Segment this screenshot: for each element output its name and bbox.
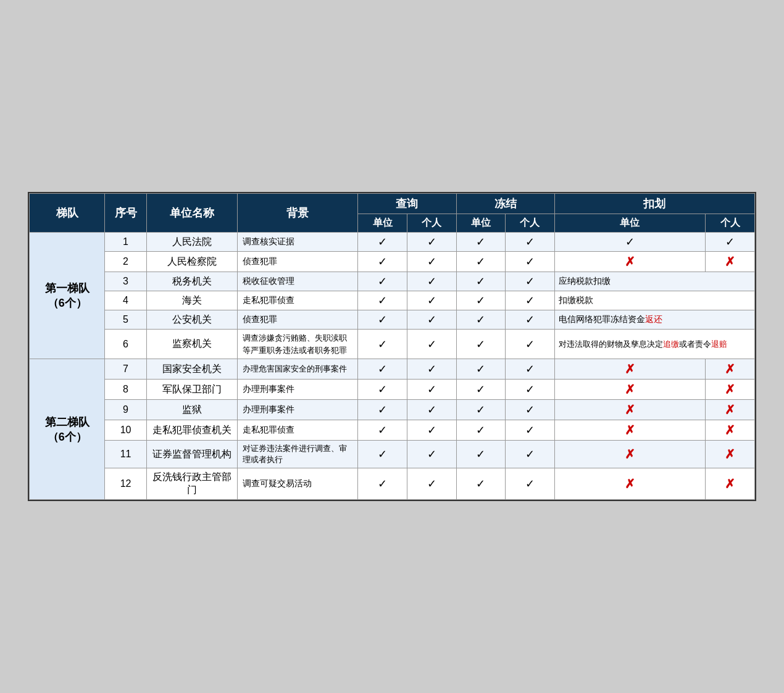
f-unit-6: ✓	[456, 330, 506, 359]
seq-1: 1	[105, 233, 146, 252]
d-special-5-red: 返还	[645, 314, 662, 324]
table-row: 8 军队保卫部门 办理刑事案件 ✓ ✓ ✓ ✓ ✗ ✗	[30, 380, 755, 400]
table-row: 第一梯队（6个） 1 人民法院 调查核实证据 ✓ ✓ ✓ ✓ ✓ ✓	[30, 233, 755, 252]
d-person-10: ✗	[706, 420, 755, 441]
seq-5: 5	[105, 310, 146, 330]
d-unit-10: ✗	[554, 420, 706, 441]
d-unit-11: ✗	[554, 441, 706, 468]
table-row: 10 走私犯罪侦查机关 走私犯罪侦查 ✓ ✓ ✓ ✓ ✗ ✗	[30, 420, 755, 441]
seq-8: 8	[105, 380, 146, 400]
f-person-3: ✓	[506, 272, 555, 291]
tier1-label: 第一梯队（6个）	[30, 233, 105, 359]
q-person-12: ✓	[407, 468, 456, 500]
d-special-6-red2: 退赔	[711, 339, 727, 349]
f-person-2: ✓	[506, 252, 555, 272]
f-person-11: ✓	[506, 441, 555, 468]
name-4: 海关	[146, 291, 237, 310]
f-unit-11: ✓	[456, 441, 506, 468]
col-unit-name: 单位名称	[146, 194, 237, 233]
d-unit-7: ✗	[554, 359, 706, 380]
seq-10: 10	[105, 420, 146, 441]
d-person-2: ✗	[706, 252, 755, 272]
table-row: 2 人民检察院 侦查犯罪 ✓ ✓ ✓ ✓ ✗ ✗	[30, 252, 755, 272]
f-person-1: ✓	[506, 233, 555, 252]
name-3: 税务机关	[146, 272, 237, 291]
q-unit-5: ✓	[358, 310, 407, 330]
q-unit-12: ✓	[358, 468, 407, 500]
q-unit-9: ✓	[358, 400, 407, 420]
d-person-12: ✗	[706, 468, 755, 500]
main-table-wrapper: 梯队 序号 单位名称 背景 查询 冻结 扣划 单位 个人 单位 个人 单位 个人…	[28, 192, 756, 501]
table-row: 12 反洗钱行政主管部门 调查可疑交易活动 ✓ ✓ ✓ ✓ ✗ ✗	[30, 468, 755, 500]
bg-11: 对证券违法案件进行调查、审理或者执行	[237, 441, 358, 468]
name-8: 军队保卫部门	[146, 380, 237, 400]
d-person-1: ✓	[706, 233, 755, 252]
name-9: 监狱	[146, 400, 237, 420]
f-unit-12: ✓	[456, 468, 506, 500]
name-6: 监察机关	[146, 330, 237, 359]
q-unit-8: ✓	[358, 380, 407, 400]
col-deduct-person: 个人	[706, 214, 755, 233]
col-tier: 梯队	[30, 194, 105, 233]
d-special-6-red1: 追缴	[663, 339, 679, 349]
seq-6: 6	[105, 330, 146, 359]
q-person-5: ✓	[407, 310, 456, 330]
name-11: 证券监督管理机构	[146, 441, 237, 468]
f-person-5: ✓	[506, 310, 555, 330]
d-person-7: ✗	[706, 359, 755, 380]
col-deduct-unit: 单位	[554, 214, 706, 233]
seq-2: 2	[105, 252, 146, 272]
col-query-group: 查询	[358, 194, 456, 214]
f-person-10: ✓	[506, 420, 555, 441]
table-row: 6 监察机关 调查涉嫌贪污贿赂、失职渎职等严重职务违法或者职务犯罪 ✓ ✓ ✓ …	[30, 330, 755, 359]
f-unit-8: ✓	[456, 380, 506, 400]
q-unit-7: ✓	[358, 359, 407, 380]
f-unit-5: ✓	[456, 310, 506, 330]
table-row: 第二梯队（6个） 7 国家安全机关 办理危害国家安全的刑事案件 ✓ ✓ ✓ ✓ …	[30, 359, 755, 380]
bg-8: 办理刑事案件	[237, 380, 358, 400]
bg-1: 调查核实证据	[237, 233, 358, 252]
name-7: 国家安全机关	[146, 359, 237, 380]
name-2: 人民检察院	[146, 252, 237, 272]
q-person-8: ✓	[407, 380, 456, 400]
d-special-6: 对违法取得的财物及孳息决定追缴或者责令退赔	[554, 330, 754, 359]
q-person-4: ✓	[407, 291, 456, 310]
col-query-unit: 单位	[358, 214, 407, 233]
q-person-6: ✓	[407, 330, 456, 359]
f-person-12: ✓	[506, 468, 555, 500]
q-unit-6: ✓	[358, 330, 407, 359]
q-unit-10: ✓	[358, 420, 407, 441]
f-unit-1: ✓	[456, 233, 506, 252]
bg-9: 办理刑事案件	[237, 400, 358, 420]
d-unit-1: ✓	[554, 233, 706, 252]
q-person-9: ✓	[407, 400, 456, 420]
col-seq: 序号	[105, 194, 146, 233]
table-row: 5 公安机关 侦查犯罪 ✓ ✓ ✓ ✓ 电信网络犯罪冻结资金返还	[30, 310, 755, 330]
seq-7: 7	[105, 359, 146, 380]
seq-4: 4	[105, 291, 146, 310]
bg-5: 侦查犯罪	[237, 310, 358, 330]
f-person-9: ✓	[506, 400, 555, 420]
d-special-4: 扣缴税款	[554, 291, 754, 310]
f-unit-2: ✓	[456, 252, 506, 272]
q-person-1: ✓	[407, 233, 456, 252]
d-person-9: ✗	[706, 400, 755, 420]
d-person-8: ✗	[706, 380, 755, 400]
name-1: 人民法院	[146, 233, 237, 252]
bg-2: 侦查犯罪	[237, 252, 358, 272]
f-person-7: ✓	[506, 359, 555, 380]
bg-4: 走私犯罪侦查	[237, 291, 358, 310]
col-background: 背景	[237, 194, 358, 233]
q-unit-11: ✓	[358, 441, 407, 468]
name-10: 走私犯罪侦查机关	[146, 420, 237, 441]
q-person-3: ✓	[407, 272, 456, 291]
f-person-6: ✓	[506, 330, 555, 359]
bg-7: 办理危害国家安全的刑事案件	[237, 359, 358, 380]
f-unit-10: ✓	[456, 420, 506, 441]
table-row: 11 证券监督管理机构 对证券违法案件进行调查、审理或者执行 ✓ ✓ ✓ ✓ ✗…	[30, 441, 755, 468]
bg-6: 调查涉嫌贪污贿赂、失职渎职等严重职务违法或者职务犯罪	[237, 330, 358, 359]
q-person-10: ✓	[407, 420, 456, 441]
name-12: 反洗钱行政主管部门	[146, 468, 237, 500]
seq-9: 9	[105, 400, 146, 420]
col-query-person: 个人	[407, 214, 456, 233]
